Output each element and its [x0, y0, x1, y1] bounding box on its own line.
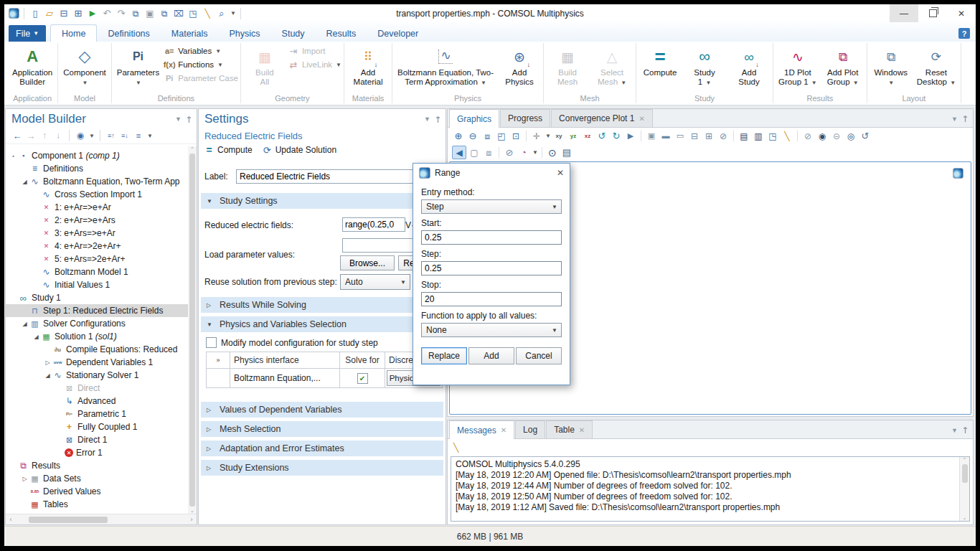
scene-b[interactable]: ▬: [659, 130, 672, 142]
tree-item-derived-values[interactable]: 8.85Derived Values: [6, 485, 188, 498]
select-all[interactable]: ◳: [187, 7, 199, 20]
chevron-down-icon[interactable]: ▼: [175, 116, 182, 123]
delete[interactable]: ⌧: [172, 7, 185, 20]
clear-selection[interactable]: ╲: [201, 7, 214, 20]
pin-icon[interactable]: [962, 426, 969, 434]
scene-movie[interactable]: ▶: [624, 130, 637, 142]
run[interactable]: ▶: [86, 7, 99, 20]
tree-expander-icon[interactable]: ◢: [20, 321, 29, 327]
close-icon[interactable]: ✕: [501, 426, 507, 434]
tree-item-5-e-ars-2e-ar[interactable]: ✕5: e+Ars=>2e+Ar+: [6, 253, 188, 265]
stop-input[interactable]: [421, 292, 562, 306]
scene-e[interactable]: ⊞: [702, 130, 715, 142]
scene-light[interactable]: ⊘: [503, 146, 516, 159]
messages-tab-messages[interactable]: Messages✕: [449, 420, 514, 439]
tree-item-1-e-ar-e-ar[interactable]: ✕1: e+Ar=>e+Ar: [6, 201, 188, 214]
graphics-tab-convergence-plot-1[interactable]: Convergence Plot 1✕: [551, 109, 653, 127]
ribbon-item-functions[interactable]: f(x)Functions▼: [164, 59, 238, 70]
tree-item-stationary-solver-1[interactable]: ◢∿Stationary Solver 1: [6, 369, 188, 382]
section-mesh-selection[interactable]: ▷Mesh Selection: [201, 421, 443, 437]
label-field-input[interactable]: [236, 169, 441, 184]
ribbon-tab-study[interactable]: Study: [271, 25, 316, 42]
ribbon-button-application[interactable]: AApplicationBuilder: [9, 43, 55, 87]
tree-expander-icon[interactable]: ▷: [43, 359, 52, 366]
function-select[interactable]: None▼: [421, 323, 562, 337]
tree-item-data-sets[interactable]: ▷▦Data Sets: [6, 472, 188, 485]
ribbon-button-1d-plot[interactable]: ∿1D PlotGroup 1 ▼: [776, 43, 820, 88]
view-xz[interactable]: xz: [581, 130, 594, 142]
view-xy[interactable]: xy: [552, 130, 565, 142]
tree-item-component-1[interactable]: ▪▪Component 1 (comp 1): [6, 149, 188, 162]
tree-item-solution-1[interactable]: ◢▦Solution 1 (sol1): [6, 330, 188, 343]
ribbon-button-reset[interactable]: ⟳ResetDesktop ▼: [914, 43, 958, 88]
ribbon-tab-developer[interactable]: Developer: [367, 25, 429, 42]
down[interactable]: ↓: [52, 130, 64, 141]
zoom-extents[interactable]: ◰: [495, 130, 508, 142]
tree-item-tables[interactable]: ▦Tables: [6, 498, 188, 511]
undo[interactable]: ↶: [100, 7, 113, 20]
tree-item-fully-coupled-1[interactable]: +Fully Coupled 1: [6, 420, 188, 433]
collapse-all[interactable]: ≡: [133, 130, 144, 141]
forward[interactable]: →: [25, 130, 37, 141]
section-adaptation[interactable]: ▷Adaptation and Error Estimates: [201, 441, 443, 456]
chevron-down-icon[interactable]: ▼: [951, 116, 958, 123]
pin-icon[interactable]: [186, 116, 192, 123]
ribbon-button-select[interactable]: △SelectMesh ▼: [590, 43, 633, 88]
section-physics-variables[interactable]: ▼Physics and Variables Selection: [201, 316, 443, 332]
copy[interactable]: ⧉: [129, 7, 142, 20]
up[interactable]: ↑: [39, 130, 50, 141]
compute-action[interactable]: =Compute: [204, 145, 253, 155]
tree-item-results[interactable]: ⧉Results: [6, 459, 188, 472]
comsol-logo-icon[interactable]: [953, 168, 963, 179]
tree-item-3-e-ars-e-ar[interactable]: ✕3: e+Ars=>e+Ar: [6, 227, 188, 240]
ribbon-tab-definitions[interactable]: Definitions: [97, 25, 160, 42]
view-b[interactable]: ▢: [468, 146, 481, 159]
comsol-logo-icon[interactable]: [9, 8, 19, 19]
zoom-in[interactable]: ⊕: [452, 130, 465, 142]
reuse-solution-select[interactable]: Auto▼: [340, 274, 410, 290]
show-objects[interactable]: ◎: [844, 130, 857, 142]
ribbon-tab-physics[interactable]: Physics: [219, 25, 271, 42]
zoom-selected[interactable]: ⊡: [509, 130, 522, 142]
tree-item-dependent-variables-1[interactable]: ▷uvwDependent Variables 1: [6, 356, 188, 369]
section-study-settings[interactable]: ▼Study Settings: [201, 193, 443, 209]
duplicate[interactable]: ⧉: [158, 7, 171, 20]
expand-down[interactable]: ≡↓: [119, 130, 131, 141]
ribbon-button-build[interactable]: ▦BuildAll: [243, 43, 286, 87]
open-file[interactable]: ▱: [43, 7, 56, 20]
pin-icon[interactable]: [435, 116, 441, 123]
tree-item-error-1[interactable]: ✕Error 1: [6, 446, 188, 459]
tree-item-4-e-ar-2e-ar[interactable]: ✕4: e+Ar=>2e+Ar+: [6, 240, 188, 253]
zoom-box[interactable]: ⧈: [481, 130, 494, 142]
step-input[interactable]: [421, 261, 562, 276]
add-button[interactable]: Add: [468, 347, 514, 364]
tree-item-solver-configurations[interactable]: ◢▥Solver Configurations: [6, 317, 188, 330]
tree-expander-icon[interactable]: ◢: [43, 372, 52, 379]
close-icon[interactable]: ✕: [579, 426, 585, 434]
ribbon-item-variables[interactable]: a=Variables▼: [164, 45, 238, 57]
entry-method-select[interactable]: Step▼: [421, 199, 562, 214]
tree-item-cross-section-import-1[interactable]: ∿Cross Section Import 1: [6, 188, 188, 201]
ribbon-button-add-plot[interactable]: ⧉Add PlotGroup ▼: [821, 43, 864, 88]
tree-expander-icon[interactable]: ▷: [20, 476, 29, 482]
tree-item-2-e-ar-e-ars[interactable]: ✕2: e+Ar=>e+Ars: [6, 214, 188, 227]
tree-item-definitions[interactable]: ≡Definitions: [6, 162, 188, 175]
clear-brush[interactable]: ╲: [781, 130, 793, 142]
scene-f[interactable]: ⊘: [717, 130, 730, 142]
cancel-button[interactable]: Cancel: [516, 347, 562, 364]
section-study-extensions[interactable]: ▷Study Extensions: [201, 460, 443, 476]
find[interactable]: ⌕: [215, 7, 228, 20]
solve-for-checkbox[interactable]: ✔: [357, 373, 368, 384]
tree-item-boltzmann-equation-two-term-app[interactable]: ◢∿Boltzmann Equation, Two-Term App: [6, 175, 188, 188]
tree-item-advanced[interactable]: ↳Advanced: [6, 395, 188, 408]
reset-hiding[interactable]: ↺: [859, 130, 872, 142]
table-corner-icon[interactable]: »: [207, 352, 230, 368]
image-snapshot[interactable]: ▤: [738, 130, 750, 142]
hide-geometry[interactable]: ⊘: [801, 130, 814, 142]
ribbon-button-boltzmann-equation-two-[interactable]: ∿Boltzmann Equation, Two-Term Approximat…: [395, 43, 496, 88]
show[interactable]: ◉: [75, 130, 86, 141]
tree-item-boltzmann-model-1[interactable]: ∿Boltzmann Model 1: [6, 265, 188, 278]
close-button[interactable]: ✕: [947, 4, 976, 22]
tree-item-initial-values-1[interactable]: ∿Initial Values 1: [6, 278, 188, 291]
ribbon-item-parameter-case[interactable]: PiParameter Case: [164, 72, 238, 84]
